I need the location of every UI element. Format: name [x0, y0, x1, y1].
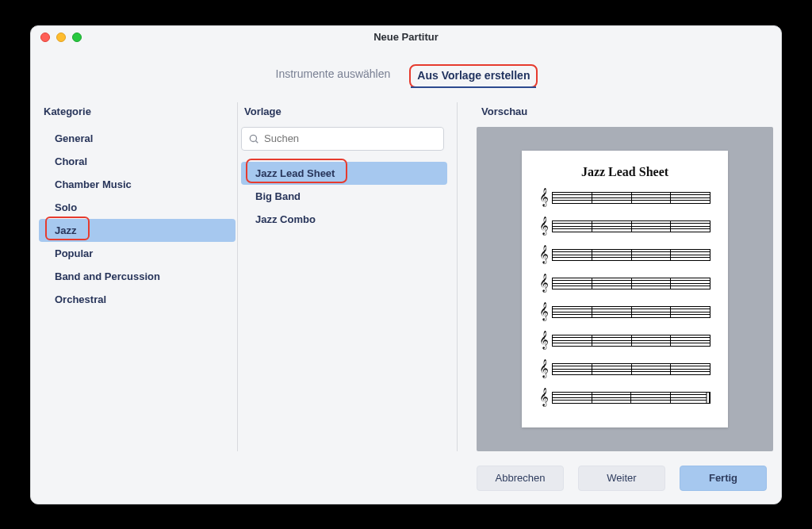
template-label: Vorlage	[239, 102, 449, 127]
svg-line-1	[255, 140, 258, 143]
new-score-window: Neue Partitur Instrumente auswählen Aus …	[30, 25, 782, 504]
stave: 𝄞	[539, 305, 710, 319]
stave: 𝄞	[539, 219, 710, 233]
preview-label: Vorschau	[477, 102, 773, 127]
template-list: Jazz Lead Sheet Big Band Jazz Combo	[239, 162, 449, 231]
template-item-jazz-lead-sheet[interactable]: Jazz Lead Sheet	[241, 162, 447, 185]
preview-sheet: Jazz Lead Sheet 𝄞𝄞𝄞𝄞𝄞𝄞𝄞𝄞	[522, 151, 728, 427]
mode-tabs: Instrumente auswählen Aus Vorlage erstel…	[31, 48, 781, 102]
tab-choose-instruments[interactable]: Instrumente auswählen	[274, 64, 393, 88]
search-icon	[248, 133, 259, 144]
stave: 𝄞	[539, 362, 710, 376]
stave: 𝄞	[539, 333, 710, 347]
category-item-choral[interactable]: Choral	[39, 150, 236, 173]
category-item-chamber-music[interactable]: Chamber Music	[39, 173, 236, 196]
sheet-title: Jazz Lead Sheet	[539, 165, 710, 179]
titlebar: Neue Partitur	[31, 26, 781, 48]
preview-column: Vorschau Jazz Lead Sheet 𝄞𝄞𝄞𝄞𝄞𝄞𝄞𝄞	[459, 102, 773, 451]
preview-frame: Jazz Lead Sheet 𝄞𝄞𝄞𝄞𝄞𝄞𝄞𝄞	[477, 127, 773, 451]
stave: 𝄞	[539, 247, 710, 262]
dialog-footer: Abbrechen Weiter Fertig	[31, 458, 781, 504]
done-button[interactable]: Fertig	[680, 466, 767, 491]
divider	[237, 102, 238, 451]
category-item-general[interactable]: General	[39, 127, 236, 150]
template-item-big-band[interactable]: Big Band	[241, 185, 447, 208]
category-item-popular[interactable]: Popular	[39, 242, 236, 265]
category-column: Kategorie General Choral Chamber Music S…	[39, 102, 236, 451]
next-button[interactable]: Weiter	[578, 466, 665, 491]
category-item-orchestral[interactable]: Orchestral	[39, 288, 236, 311]
category-item-jazz[interactable]: Jazz	[39, 219, 236, 242]
svg-point-0	[250, 135, 256, 141]
template-search[interactable]	[241, 127, 444, 151]
tab-create-from-template[interactable]: Aus Vorlage erstellen	[409, 64, 538, 88]
window-title: Neue Partitur	[31, 31, 781, 43]
stave: 𝄞	[539, 190, 710, 205]
divider	[457, 102, 458, 451]
search-input[interactable]	[264, 132, 437, 144]
stave: 𝄞	[539, 390, 710, 404]
category-label: Kategorie	[39, 102, 236, 127]
staves: 𝄞𝄞𝄞𝄞𝄞𝄞𝄞𝄞	[539, 190, 710, 404]
category-item-solo[interactable]: Solo	[39, 196, 236, 219]
template-item-jazz-combo[interactable]: Jazz Combo	[241, 208, 447, 231]
template-column: Vorlage Jazz Lead Sheet Big Band Jazz Co…	[239, 102, 455, 451]
content-area: Kategorie General Choral Chamber Music S…	[31, 102, 781, 458]
category-item-band-and-percussion[interactable]: Band and Percussion	[39, 265, 236, 288]
cancel-button[interactable]: Abbrechen	[477, 466, 564, 491]
stave: 𝄞	[539, 276, 710, 290]
category-list: General Choral Chamber Music Solo Jazz P…	[39, 127, 236, 311]
